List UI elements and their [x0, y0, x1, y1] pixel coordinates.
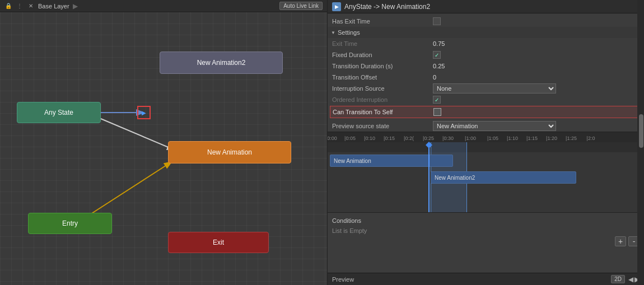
menu-icon: ⋮ [16, 2, 24, 10]
animator-header: 🔒 ⋮ ✕ Base Layer ▶ Auto Live Link [0, 0, 327, 12]
conditions-header: Conditions [328, 215, 644, 226]
exit-time-row: Exit Time 0.75 [328, 38, 644, 49]
fixed-duration-label: Fixed Duration [332, 52, 433, 58]
exit-time-value: 0.75 [433, 40, 445, 47]
ordered-interruption-checkbox[interactable] [433, 96, 441, 104]
tick-0: 0:00 [328, 136, 337, 141]
transition-title: AnyState -> New Animation2 [344, 3, 430, 11]
base-layer-label: Base Layer [38, 3, 69, 10]
has-exit-time-label: Has Exit Time [332, 18, 433, 25]
state-node-any-state[interactable]: Any State [17, 102, 101, 123]
preview-source-state-select[interactable]: New Animation New Animation2 Any State [433, 121, 556, 131]
exit-time-label: Exit Time [332, 40, 433, 47]
scrollbar[interactable] [637, 0, 644, 285]
tick-12: |1:25 [566, 136, 577, 141]
transition-offset-value: 0 [433, 74, 436, 81]
interruption-source-row: Interruption Source None Current State N… [328, 83, 644, 94]
animator-panel: 🔒 ⋮ ✕ Base Layer ▶ Auto Live Link [0, 0, 328, 285]
tick-6: |0:30 [442, 136, 454, 141]
can-transition-to-self-checkbox[interactable] [433, 108, 441, 116]
tick-11: |1:20 [546, 136, 557, 141]
svg-line-1 [101, 119, 174, 149]
settings-section-header[interactable]: ▼ Settings [328, 27, 644, 38]
inspector-content: Has Exit Time ▼ Settings Exit Time 0.75 … [328, 13, 644, 273]
inspector-header: ▶ AnyState -> New Animation2 [328, 0, 644, 13]
has-exit-time-checkbox[interactable] [433, 17, 441, 25]
layer-separator: ▶ [73, 2, 78, 10]
transition-duration-value: 0.25 [433, 63, 445, 69]
ordered-interruption-row: Ordered Interruption [328, 94, 644, 105]
timeline-bar-new-animation[interactable]: New Animation [330, 155, 453, 167]
2d-button[interactable]: 2D [611, 275, 625, 283]
tick-3: |0:15 [384, 136, 395, 141]
transition-duration-label: Transition Duration (s) [332, 63, 433, 69]
tick-10: |1:15 [526, 136, 538, 141]
scrollbar-thumb[interactable] [639, 114, 643, 148]
transition-arrow-box[interactable] [137, 106, 151, 119]
state-node-new-animation2[interactable]: New Animation2 [160, 52, 283, 74]
timeline-preview-row [328, 142, 644, 152]
state-node-entry[interactable]: Entry [28, 213, 112, 234]
svg-line-2 [84, 162, 171, 218]
inspector-panel: ▶ AnyState -> New Animation2 Has Exit Ti… [328, 0, 644, 285]
tick-7: |1:00 [465, 136, 476, 141]
interruption-source-label: Interruption Source [332, 85, 433, 92]
state-node-exit[interactable]: Exit [168, 232, 269, 253]
settings-arrow-icon: ▼ [331, 30, 335, 35]
preview-source-state-row: Preview source state New Animation New A… [328, 120, 644, 132]
can-transition-to-self-row: Can Transition To Self [330, 106, 642, 118]
timeline-ruler: 0:00 |0:05 |0:10 |0:15 |0:2( |0:25 |0:30… [328, 132, 644, 142]
state-node-new-animation[interactable]: New Animation [168, 141, 291, 163]
tick-13: |2:0 [587, 136, 595, 141]
fixed-duration-row: Fixed Duration [328, 49, 644, 60]
conditions-empty-label: List is Empty [328, 226, 644, 235]
tick-4: |0:2( [404, 136, 414, 141]
conditions-buttons: + - [328, 235, 644, 247]
tick-8: |1:05 [487, 136, 498, 141]
conditions-label: Conditions [332, 217, 361, 224]
transition-duration-row: Transition Duration (s) 0.25 [328, 60, 644, 72]
timeline-body[interactable]: New Animation New Animation2 [328, 142, 644, 212]
tick-2: |0:10 [364, 136, 375, 141]
transition-offset-row: Transition Offset 0 [328, 72, 644, 83]
footer-icon-1[interactable]: ◀ [628, 275, 633, 283]
has-exit-time-row: Has Exit Time [328, 16, 644, 27]
fixed-duration-checkbox[interactable] [433, 51, 441, 59]
tick-1: |0:05 [344, 136, 356, 141]
playhead[interactable] [428, 142, 430, 212]
close-icon[interactable]: ✕ [27, 2, 35, 10]
timeline-section: 0:00 |0:05 |0:10 |0:15 |0:2( |0:25 |0:30… [328, 132, 644, 213]
lock-icon: 🔒 [4, 2, 12, 10]
preview-footer: Preview 2D ◀ ▶ [328, 273, 644, 285]
transition-icon: ▶ [332, 2, 341, 11]
transition-offset-label: Transition Offset [332, 74, 433, 81]
timeline-bar-new-animation2[interactable]: New Animation2 [431, 171, 576, 184]
header-left: 🔒 ⋮ ✕ Base Layer ▶ [4, 2, 78, 10]
tick-9: |1:10 [507, 136, 518, 141]
interruption-source-select[interactable]: None Current State Next State [433, 83, 556, 94]
add-condition-button[interactable]: + [615, 236, 626, 246]
tick-5: |0:25 [423, 136, 434, 141]
conditions-section: Conditions List is Empty + - [328, 213, 644, 250]
ordered-interruption-label: Ordered Interruption [332, 96, 433, 103]
can-transition-to-self-label: Can Transition To Self [333, 109, 433, 115]
preview-source-state-label: Preview source state [332, 123, 433, 129]
preview-label: Preview [332, 276, 354, 283]
animator-canvas[interactable]: New Animation2 Any State New Animation E… [0, 12, 327, 285]
settings-label: Settings [338, 29, 360, 36]
auto-live-link-button[interactable]: Auto Live Link [279, 2, 323, 10]
